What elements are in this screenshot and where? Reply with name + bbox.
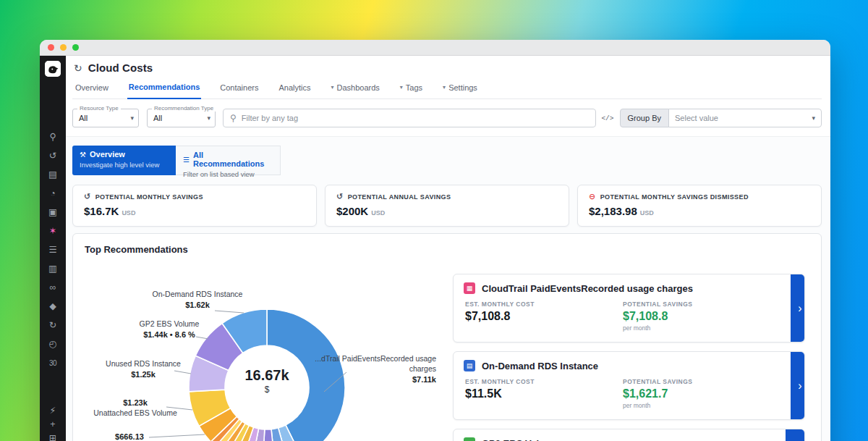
stat-card-annual-savings: ↺POTENTIAL ANNUAL SAVINGS $200KUSD (325, 185, 569, 227)
tab-tags[interactable]: ▾Tags (399, 80, 424, 98)
chart-callout: $1.23k Unattached EBS Volume (63, 398, 208, 418)
stat-unit: USD (122, 209, 135, 217)
chart-callout: GP2 EBS Volume $1.44k • 8.6 % (97, 319, 242, 340)
analytics-icon[interactable]: ▤ (47, 169, 59, 180)
stat-card-monthly-savings: ↺POTENTIAL MONTHLY SAVINGS $16.7KUSD (72, 185, 317, 227)
group-by-label[interactable]: Group By (620, 109, 669, 127)
page-header: ↻ Cloud Costs (72, 56, 822, 80)
dismissed-icon: ⊖ (589, 192, 596, 201)
view-toggle: ⚒Overview Investigate high level view ☰A… (72, 146, 822, 175)
app-sidebar: ⚲ ↺ ▤ ◔ ▣ ✶ ☰ ▥ ∞ ◆ ↻ ◴ 30 ⚡ + ⊞ (40, 56, 66, 441)
query-syntax-button[interactable]: </> (601, 114, 613, 122)
recommendation-type-label: Recommendation Type (152, 105, 216, 112)
tab-dashboards[interactable]: ▾Dashboards (330, 80, 381, 98)
sidebar-icon-column: ⚲ ↺ ▤ ◔ ▣ ✶ ☰ ▥ ∞ ◆ ↻ ◴ 30 (47, 132, 59, 369)
top-recommendations-panel: Top Recommendations 16.67k (72, 233, 822, 441)
recommendation-cards: ▦ CloudTrail PaidEventsRecorded usage ch… (453, 274, 805, 441)
ebs-service-icon: ▣ (464, 437, 475, 441)
chart-callout: $666.13 (101, 432, 158, 441)
resource-type-label: Resource Type (77, 105, 121, 112)
cloudtrail-service-icon: ▦ (464, 282, 475, 294)
gauge-icon[interactable]: ◔ (47, 188, 59, 199)
chevron-down-icon: ▾ (400, 84, 403, 91)
callout-leader-line (215, 311, 244, 313)
stat-unit: USD (371, 209, 385, 217)
resources-icon[interactable]: ▣ (47, 207, 59, 218)
history-icon[interactable]: ↺ (47, 151, 59, 161)
search-icon[interactable]: ⚲ (47, 132, 59, 143)
stat-unit: USD (640, 209, 654, 217)
overview-tab-icon: ⚒ (80, 151, 86, 159)
chart-callout: On-Demand RDS Instance $1.62k (125, 290, 270, 310)
tab-containers[interactable]: Containers (218, 80, 260, 98)
add-icon[interactable]: + (47, 419, 59, 429)
tab-settings[interactable]: ▾Settings (441, 80, 479, 98)
group-by-select[interactable]: Select value ▾ (668, 109, 822, 127)
stat-value: $16.7K (84, 205, 119, 217)
cloud-costs-icon: ↻ (74, 62, 82, 74)
list-icon: ☰ (183, 156, 190, 164)
window-titlebar (40, 40, 830, 56)
dog-mascot-icon (45, 61, 61, 77)
recommendations-donut-chart: 16.67k $ On-Demand RDS Instance $1.62k G… (80, 274, 456, 441)
chevron-right-icon: › (798, 379, 801, 392)
all-recommendations-view-tab[interactable]: ☰All Recommendations Filter on list base… (176, 146, 281, 175)
chevron-down-icon: ▾ (207, 114, 210, 122)
recommendations-icon[interactable]: ✶ (47, 226, 59, 237)
overview-view-tab[interactable]: ⚒Overview Investigate high level view (72, 146, 176, 175)
recommendation-card-ebs[interactable]: ▣ GP2 EBS Volume › (453, 429, 805, 441)
filter-list-icon[interactable]: ☰ (47, 245, 59, 256)
group-by-control: Group By Select value ▾ (620, 109, 822, 127)
chevron-down-icon: ▾ (443, 84, 446, 91)
tab-overview[interactable]: Overview (74, 80, 110, 98)
stat-value: $2,183.98 (589, 205, 637, 217)
app-logo[interactable] (45, 61, 61, 77)
app-window: ⚲ ↺ ▤ ◔ ▣ ✶ ☰ ▥ ∞ ◆ ↻ ◴ 30 ⚡ + ⊞ (40, 40, 830, 441)
sidebar-bottom-icons: ⚡ + ⊞ (40, 406, 66, 441)
zoom-window-button[interactable] (72, 44, 79, 51)
days-30-icon[interactable]: 30 (47, 358, 59, 369)
open-recommendation-button[interactable]: › (791, 274, 805, 342)
integrations-icon[interactable]: ∞ (47, 282, 59, 293)
open-recommendation-button[interactable]: › (786, 429, 804, 441)
tab-recommendations[interactable]: Recommendations (127, 80, 201, 99)
tag-filter-searchbox[interactable]: ⚲ (223, 109, 596, 127)
open-recommendation-button[interactable]: › (791, 352, 805, 419)
page-title: Cloud Costs (88, 62, 153, 74)
tab-bar: Overview Recommendations Containers Anal… (72, 80, 822, 99)
stats-row: ↺POTENTIAL MONTHLY SAVINGS $16.7KUSD ↺PO… (72, 185, 822, 227)
page-body: ⚒Overview Investigate high level view ☰A… (66, 136, 830, 441)
apps-grid-icon[interactable]: ⊞ (47, 433, 59, 441)
main-content: ↻ Cloud Costs Overview Recommendations C… (66, 56, 830, 441)
monitor-icon[interactable]: ◴ (47, 339, 59, 350)
chevron-down-icon: ▾ (331, 84, 334, 91)
plugin-icon[interactable]: ⚡ (47, 406, 59, 416)
resource-type-select[interactable]: Resource Type All ▾ (72, 109, 139, 127)
stat-value: $200K (336, 205, 368, 217)
section-title: Top Recommendations (85, 244, 809, 255)
minimize-window-button[interactable] (60, 44, 67, 51)
chevron-right-icon: › (798, 302, 801, 315)
chart-callout: Unused RDS Instance $1.25k (71, 359, 216, 379)
chevron-down-icon: ▾ (130, 114, 134, 122)
security-icon[interactable]: ◆ (47, 301, 59, 312)
refresh-icon[interactable]: ↻ (47, 320, 59, 331)
stat-card-savings-dismissed: ⊖POTENTIAL MONTHLY SAVINGS DISMISSED $2,… (577, 185, 822, 227)
tag-filter-input[interactable] (242, 114, 590, 122)
search-icon: ⚲ (230, 113, 237, 123)
recommendation-type-select[interactable]: Recommendation Type All ▾ (147, 109, 216, 127)
chevron-down-icon: ▾ (812, 114, 815, 122)
chart-callout: ...dTrail PaidEventsRecorded usage charg… (292, 354, 436, 385)
recommendation-card-cloudtrail[interactable]: ▦ CloudTrail PaidEventsRecorded usage ch… (453, 274, 805, 343)
savings-icon: ↺ (336, 192, 344, 201)
savings-icon: ↺ (84, 192, 91, 201)
tab-analytics[interactable]: Analytics (277, 80, 312, 98)
rds-service-icon: ▤ (464, 360, 475, 371)
views-icon[interactable]: ▥ (47, 264, 59, 274)
recommendation-card-rds[interactable]: ▤ On-Demand RDS Instance EST. MONTHLY CO… (453, 351, 805, 420)
close-window-button[interactable] (48, 44, 54, 51)
filter-row: Resource Type All ▾ Recommendation Type … (72, 109, 822, 127)
